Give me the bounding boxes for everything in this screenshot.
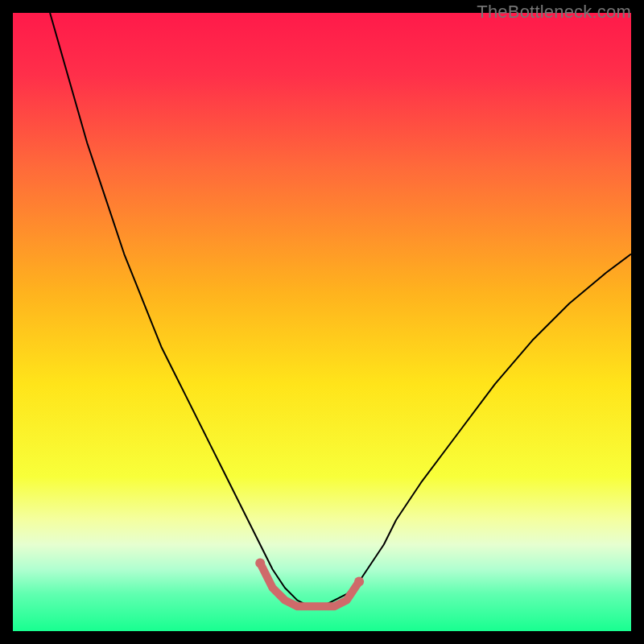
chart-container: TheBottleneck.com [0, 0, 644, 644]
gradient-background [13, 13, 631, 631]
left-end-dot [255, 559, 265, 568]
watermark-text: TheBottleneck.com [477, 2, 631, 23]
right-end-dot [354, 577, 364, 587]
plot-area [13, 13, 631, 631]
chart-svg [13, 13, 631, 631]
